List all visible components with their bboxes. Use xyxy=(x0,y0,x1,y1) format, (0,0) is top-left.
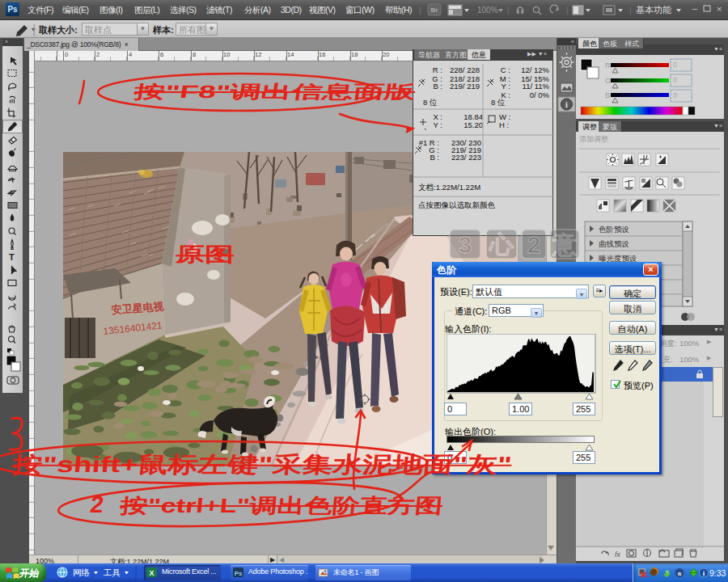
svg-text:0/ 0%: 0/ 0% xyxy=(530,91,550,99)
svg-text:0: 0 xyxy=(673,91,677,99)
svg-text:9:33: 9:33 xyxy=(709,568,726,578)
svg-text:a: a xyxy=(678,570,682,577)
svg-text:工具: 工具 xyxy=(103,567,121,577)
svg-text:文档:1.22M/1.22M: 文档:1.22M/1.22M xyxy=(418,183,480,192)
svg-text:C :: C : xyxy=(501,65,510,74)
svg-text:fx: fx xyxy=(615,550,621,559)
svg-text:Br: Br xyxy=(431,6,438,14)
svg-text:B: B xyxy=(605,91,610,99)
svg-text:Ps: Ps xyxy=(235,570,243,577)
svg-text:曲线预设: 曲线预设 xyxy=(599,239,629,248)
svg-text:Y :: Y : xyxy=(434,120,442,129)
svg-text:11/ 11%: 11/ 11% xyxy=(523,82,550,91)
svg-text:i: i xyxy=(565,100,568,109)
svg-text:基本功能: 基本功能 xyxy=(636,5,671,15)
svg-text:网络: 网络 xyxy=(73,567,91,577)
svg-text:0: 0 xyxy=(673,61,677,69)
svg-text:R: R xyxy=(605,61,611,70)
svg-text:色阶预设: 色阶预设 xyxy=(599,225,629,234)
svg-text:×: × xyxy=(717,4,722,14)
svg-text:|: | xyxy=(566,6,569,15)
svg-text:219/ 219: 219/ 219 xyxy=(450,82,480,91)
svg-text:|: | xyxy=(507,6,510,15)
svg-text:223/ 223: 223/ 223 xyxy=(451,153,481,162)
svg-text:X: X xyxy=(150,569,154,577)
svg-text:H :: H : xyxy=(499,120,509,129)
svg-text:15.20: 15.20 xyxy=(463,120,483,129)
svg-text:点按图像以选取新颜色: 点按图像以选取新颜色 xyxy=(418,200,496,209)
svg-text:R :: R : xyxy=(433,65,442,74)
svg-text:–: – xyxy=(692,3,698,13)
svg-text:12/ 12%: 12/ 12% xyxy=(521,65,549,74)
svg-text:T: T xyxy=(9,252,15,262)
svg-text:Y :: Y : xyxy=(502,82,510,91)
svg-text:B :: B : xyxy=(433,82,442,91)
svg-text:1: 1 xyxy=(370,402,373,407)
svg-text:|: | xyxy=(629,6,632,15)
svg-text:开始: 开始 xyxy=(18,568,40,580)
svg-text:B :: B : xyxy=(430,153,439,162)
svg-text:8 位: 8 位 xyxy=(423,98,438,107)
svg-text:228/ 228: 228/ 228 xyxy=(450,65,480,74)
svg-text:8 位: 8 位 xyxy=(491,98,506,107)
svg-text:100%: 100% xyxy=(477,6,498,15)
svg-text:G: G xyxy=(605,77,611,85)
svg-text:0: 0 xyxy=(673,76,677,84)
